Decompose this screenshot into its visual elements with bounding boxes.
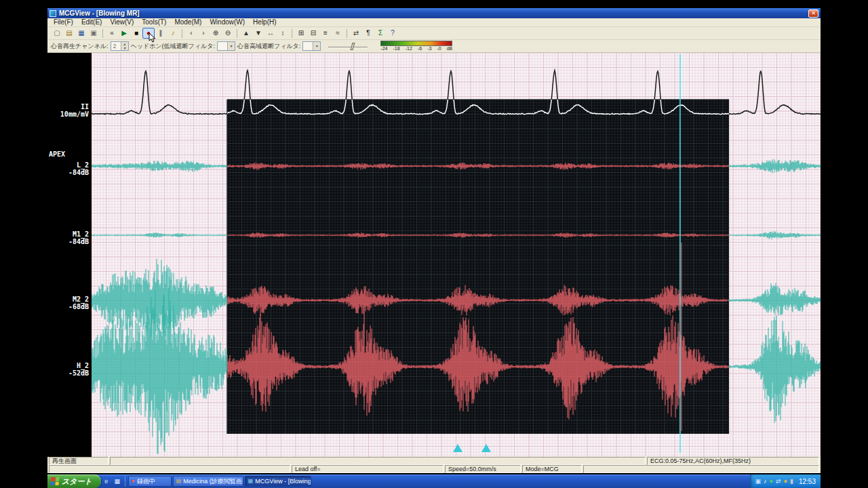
print-icon[interactable]: ▣ xyxy=(87,28,100,39)
file-save-icon[interactable]: ▦ xyxy=(75,28,87,39)
slider-track xyxy=(328,47,368,48)
menu-bar: File(F)Edit(E)View(V)Tools(T)Mode(M)Wind… xyxy=(47,18,821,27)
volume-slider[interactable] xyxy=(327,42,369,51)
trace-label-h2-scale: -52dB xyxy=(68,369,89,377)
gain-down-icon[interactable]: ▼ xyxy=(252,28,264,39)
status-bar-bottom: Lead off= Speed=50.0mm/s Mode=MCG xyxy=(47,465,821,473)
trace-label-m22-scale: -68dB xyxy=(68,303,89,310)
record-icon[interactable]: ● xyxy=(142,28,155,39)
menu-item-file[interactable]: File(F) xyxy=(50,18,77,26)
tray-update-icon[interactable]: ● xyxy=(784,479,787,485)
task-recording[interactable]: ●録画中 xyxy=(128,476,172,487)
taskbar: スタート e▦ ●録画中▤Medicina (診療閲覧画面▦MCGView - … xyxy=(47,474,821,488)
task-mcgview-icon: ▦ xyxy=(248,479,254,484)
trace-label-m22-name: M2_2 xyxy=(68,296,89,303)
headphone-filter-select[interactable]: ▾ xyxy=(217,41,235,51)
db-tick: -24 xyxy=(380,46,387,52)
toolbar-separator xyxy=(347,29,347,38)
tray-remove-icon[interactable]: ▮ xyxy=(790,479,793,485)
trace-label-m12-name: M1_2 xyxy=(68,230,89,238)
channel-select[interactable]: 2 ▴ ▾ xyxy=(111,41,129,51)
menu-item-view[interactable]: View(V) xyxy=(106,18,138,26)
status-lead: Lead off= xyxy=(292,465,443,473)
trace-label-ecg-scale: 10mm/mV xyxy=(60,110,89,118)
task-mcgview[interactable]: ▦MCGView - [Blowing... xyxy=(245,476,311,487)
task-medicina-label: Medicina (診療閲覧画面 xyxy=(183,477,243,486)
marker-next-icon[interactable]: › xyxy=(197,28,210,39)
status-speed: Speed=50.0mm/s xyxy=(445,465,521,473)
file-open-icon[interactable]: ▤ xyxy=(63,28,75,39)
quicklaunch-browser-icon[interactable]: e xyxy=(102,476,111,486)
menu-item-edit[interactable]: Edit(E) xyxy=(77,18,106,26)
close-button[interactable]: ✕ xyxy=(808,9,818,18)
status-bar-top: 再生画面 ECG:0.05-75Hz,AC(60Hz),MF(35Hz) xyxy=(47,457,821,465)
grid-toggle-icon[interactable]: ⊞ xyxy=(295,28,307,39)
trace-label-h2: H_2-52dB xyxy=(68,362,89,377)
trace-label-l2: L_2-84dB xyxy=(68,161,89,176)
taskbar-divider xyxy=(125,476,125,487)
toolbar-separator xyxy=(292,29,292,38)
start-button[interactable]: スタート xyxy=(47,474,101,488)
stop-icon[interactable]: ■ xyxy=(130,28,142,39)
tray-antivirus-icon[interactable]: ● xyxy=(770,479,773,485)
highcut-filter-label: 心音高域遮断フィルタ: xyxy=(237,42,300,51)
speaker-icon[interactable]: ♪ xyxy=(167,28,179,39)
status-spacer xyxy=(49,465,290,473)
filter-icon[interactable]: ≈ xyxy=(332,28,344,39)
tray-network-icon[interactable]: ⇄ xyxy=(776,479,781,485)
gain-up-icon[interactable]: ▲ xyxy=(240,28,252,39)
time-scale-icon[interactable]: ↔ xyxy=(264,28,277,39)
help-icon[interactable]: ? xyxy=(387,28,399,39)
overlay-toggle-icon[interactable]: ⊟ xyxy=(307,28,319,39)
db-scale: -24-18-12-6-3-0dB xyxy=(380,46,452,52)
menu-item-help[interactable]: Help(H) xyxy=(249,18,280,26)
task-medicina[interactable]: ▤Medicina (診療閲覧画面 xyxy=(173,476,243,487)
file-new-icon[interactable]: ▢ xyxy=(51,28,63,39)
annotate-icon[interactable]: ¶ xyxy=(362,28,374,39)
task-recording-label: 録画中 xyxy=(137,477,155,486)
zoom-out-icon[interactable]: ⊖ xyxy=(222,28,234,39)
waveform-canvas[interactable] xyxy=(92,53,821,457)
tray-display-icon[interactable]: ▣ xyxy=(755,479,762,485)
title-bar: MCGView - [Blowing MR] ✕ xyxy=(47,8,821,18)
menu-item-mode[interactable]: Mode(M) xyxy=(170,18,205,26)
menu-item-tools[interactable]: Tools(T) xyxy=(138,18,170,26)
rewind-icon[interactable]: « xyxy=(106,28,118,39)
zoom-in-icon[interactable]: ⊕ xyxy=(210,28,222,39)
trace-label-h2-name: H_2 xyxy=(68,362,89,369)
level-meter: -24-18-12-6-3-0dB xyxy=(380,41,452,52)
db-tick: -0 xyxy=(437,46,441,52)
waveform-area: II10mm/mVAPEXL_2-84dBM1_2-84dBM2_2-68dBH… xyxy=(47,53,821,457)
amp-scale-icon[interactable]: ↕ xyxy=(277,28,289,39)
measure-icon[interactable]: ⇄ xyxy=(350,28,362,39)
trace-label-ecg: II10mm/mV xyxy=(60,103,89,118)
taskbar-clock: 12:53 xyxy=(799,478,816,485)
level-meter-bar xyxy=(380,41,452,46)
app-window: MCGView - [Blowing MR] ✕ File(F)Edit(E)V… xyxy=(47,8,821,473)
status-ecg-info: ECG:0.05-75Hz,AC(60Hz),MF(35Hz) xyxy=(647,457,819,465)
db-tick: -12 xyxy=(406,46,412,52)
highcut-filter-select[interactable]: ▾ xyxy=(302,41,321,51)
db-tick: -6 xyxy=(418,46,422,52)
task-mcgview-label: MCGView - [Blowing... xyxy=(255,478,311,485)
tray-volume-icon[interactable]: ♪ xyxy=(764,479,767,485)
toolbar-separator xyxy=(237,29,237,38)
menu-item-window[interactable]: Window(W) xyxy=(205,18,249,26)
dropdown-arrow-icon[interactable]: ▾ xyxy=(313,42,320,50)
toolbar-separator xyxy=(182,29,182,38)
screen: MCGView - [Blowing MR] ✕ File(F)Edit(E)V… xyxy=(0,0,868,488)
marker-prev-icon[interactable]: ‹ xyxy=(185,28,197,39)
trace-label-apex: APEX xyxy=(49,150,65,158)
spinner-icon[interactable]: ▴ ▾ xyxy=(121,42,128,50)
app-icon xyxy=(50,10,56,17)
dropdown-arrow-icon[interactable]: ▾ xyxy=(227,42,235,50)
analyze-icon[interactable]: Σ xyxy=(374,28,387,39)
play-icon[interactable]: ▶ xyxy=(118,28,130,39)
status-mode-label: 再生画面 xyxy=(49,457,108,465)
quicklaunch-desktop-icon[interactable]: ▦ xyxy=(113,476,122,486)
channel-list-icon[interactable]: ≡ xyxy=(319,28,332,39)
task-buttons: ●録画中▤Medicina (診療閲覧画面▦MCGView - [Blowing… xyxy=(127,476,312,487)
db-tick: -3 xyxy=(427,46,431,52)
pause-icon[interactable]: ∥ xyxy=(155,28,167,39)
spin-down-icon[interactable]: ▾ xyxy=(123,46,125,50)
